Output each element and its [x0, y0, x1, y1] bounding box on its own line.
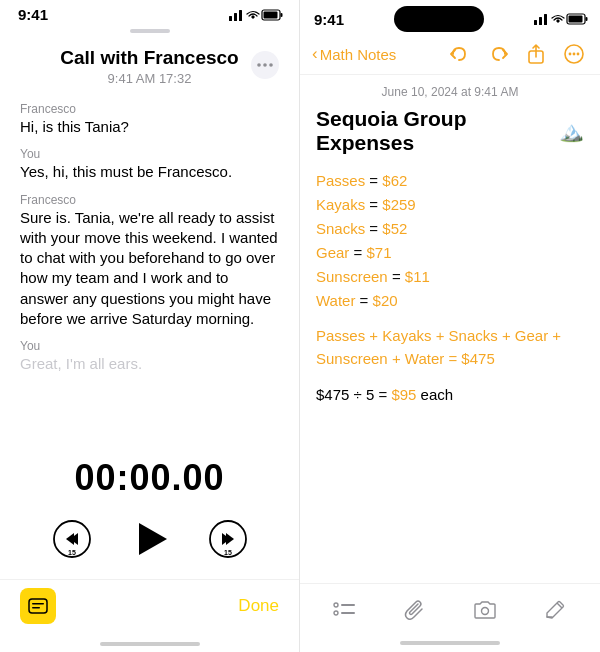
left-panel: 9:41 Call with Francesc	[0, 0, 300, 652]
compose-button[interactable]	[537, 592, 573, 628]
svg-rect-15	[32, 607, 40, 609]
expense-snacks-label: Snacks	[316, 220, 365, 237]
call-header: Call with Francesco 9:41 AM 17:32	[0, 43, 299, 94]
camera-button[interactable]	[467, 592, 503, 628]
division-result: $95	[391, 386, 416, 403]
svg-rect-13	[29, 599, 47, 613]
redo-icon	[487, 44, 509, 64]
svg-point-25	[573, 53, 576, 56]
status-icons-right	[534, 12, 586, 26]
expense-passes-label: Passes	[316, 172, 365, 189]
undo-button[interactable]	[446, 40, 474, 68]
forward-button[interactable]: 15	[206, 517, 250, 561]
speaker-4: You	[20, 339, 279, 353]
message-2: Yes, hi, this must be Francesco.	[20, 162, 279, 182]
expense-gear-label: Gear	[316, 244, 349, 261]
svg-rect-17	[539, 17, 542, 25]
call-subtitle: 9:41 AM 17:32	[20, 71, 279, 86]
rewind-button[interactable]: 15	[50, 517, 94, 561]
checklist-button[interactable]	[327, 592, 363, 628]
expense-snacks-value: $52	[382, 220, 407, 237]
message-3: Sure is. Tania, we're all ready to assis…	[20, 208, 279, 330]
note-title-text: Sequoia Group Expenses	[316, 107, 555, 155]
svg-point-7	[263, 63, 267, 67]
share-icon	[527, 43, 545, 65]
speaker-1: Francesco	[20, 102, 279, 116]
svg-rect-20	[569, 16, 583, 23]
more-button[interactable]	[560, 40, 588, 68]
svg-point-29	[334, 611, 338, 615]
svg-rect-16	[534, 20, 537, 25]
division-text: $475 ÷ 5 =	[316, 386, 391, 403]
svg-rect-14	[32, 603, 44, 605]
expense-water-value: $20	[373, 292, 398, 309]
home-indicator-left	[0, 640, 299, 648]
note-title: Sequoia Group Expenses 🏔️	[316, 107, 584, 155]
drag-handle	[130, 29, 170, 33]
expense-kayaks-value: $259	[382, 196, 415, 213]
status-icons-left	[229, 8, 281, 22]
redo-button[interactable]	[484, 40, 512, 68]
expense-sunscreen: Sunscreen = $11	[316, 265, 584, 289]
message-block-2: You Yes, hi, this must be Francesco.	[20, 147, 279, 182]
svg-rect-21	[586, 17, 588, 21]
paperclip-icon	[404, 599, 426, 621]
home-bar-right	[400, 641, 500, 645]
svg-rect-2	[239, 10, 242, 21]
svg-rect-30	[341, 612, 355, 614]
timer-display: 00:00.00	[20, 457, 279, 499]
note-title-emoji: 🏔️	[559, 119, 584, 143]
division-line: $475 ÷ 5 = $95 each	[316, 384, 584, 407]
attachment-button[interactable]	[397, 592, 433, 628]
call-title: Call with Francesco	[20, 47, 279, 69]
svg-point-27	[334, 603, 338, 607]
svg-rect-28	[341, 604, 355, 606]
back-button[interactable]: ‹ Math Notes	[312, 44, 396, 64]
bottom-bar-left: Done	[0, 579, 299, 640]
speaker-2: You	[20, 147, 279, 161]
speaker-3: Francesco	[20, 193, 279, 207]
note-date: June 10, 2024 at 9:41 AM	[316, 85, 584, 99]
status-bar-left: 9:41	[0, 0, 299, 27]
expense-passes: Passes = $62	[316, 169, 584, 193]
sum-expression: Passes + Kayaks + Snacks + Gear + Sunscr…	[316, 325, 584, 370]
expense-water: Water = $20	[316, 289, 584, 313]
message-block-1: Francesco Hi, is this Tania?	[20, 102, 279, 137]
expense-gear-value: $71	[366, 244, 391, 261]
expense-sunscreen-value: $11	[405, 268, 430, 285]
play-button[interactable]	[126, 515, 174, 563]
message-block-3: Francesco Sure is. Tania, we're all read…	[20, 193, 279, 330]
play-icon	[139, 523, 167, 555]
checklist-icon	[333, 600, 357, 620]
right-panel: 9:41 ‹ Math Notes	[300, 0, 600, 652]
expense-kayaks: Kayaks = $259	[316, 193, 584, 217]
done-button[interactable]: Done	[238, 596, 279, 616]
transcript-icon-button[interactable]	[20, 588, 56, 624]
svg-point-6	[257, 63, 261, 67]
svg-point-24	[569, 53, 572, 56]
svg-rect-4	[264, 11, 278, 18]
notes-toolbar	[300, 583, 600, 638]
home-indicator-right	[300, 638, 600, 648]
svg-rect-18	[544, 14, 547, 25]
signal-wifi-battery-icons	[229, 8, 281, 22]
expense-gear: Gear = $71	[316, 241, 584, 265]
dynamic-island	[394, 6, 484, 32]
message-1: Hi, is this Tania?	[20, 117, 279, 137]
svg-text:15: 15	[68, 549, 76, 556]
sum-expression-text: Passes + Kayaks + Snacks + Gear + Sunscr…	[316, 327, 561, 367]
rewind-icon: 15	[52, 519, 92, 559]
call-more-button[interactable]	[251, 51, 279, 79]
undo-icon	[449, 44, 471, 64]
svg-rect-0	[229, 16, 232, 21]
controls-row: 15 15	[20, 515, 279, 563]
message-block-4: You Great, I'm all ears.	[20, 339, 279, 374]
forward-icon: 15	[208, 519, 248, 559]
svg-rect-5	[281, 13, 283, 17]
svg-point-8	[269, 63, 273, 67]
svg-rect-1	[234, 13, 237, 21]
expense-sunscreen-label: Sunscreen	[316, 268, 388, 285]
transcript-icon	[28, 598, 48, 614]
share-button[interactable]	[522, 40, 550, 68]
time-right: 9:41	[314, 11, 344, 28]
